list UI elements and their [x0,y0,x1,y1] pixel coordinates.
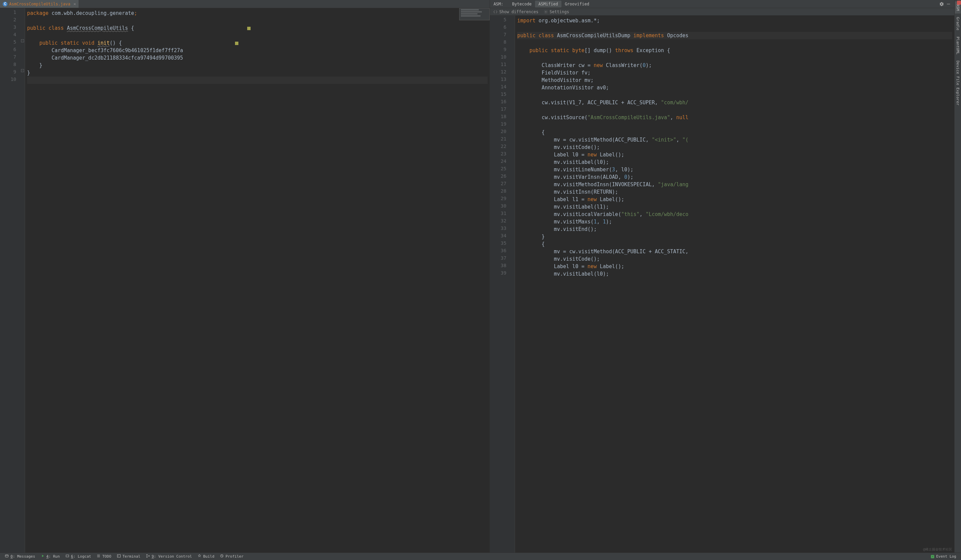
settings-gear-icon[interactable] [939,2,944,6]
notification-icon[interactable] [957,1,961,5]
minimize-icon[interactable] [946,2,951,6]
footer-label: 6: Logcat [71,554,92,558]
svg-rect-5 [117,555,120,557]
asm-header: ASM: BytecodeASMifiedGroovified [490,0,954,8]
svg-point-1 [545,11,546,12]
watermark: @稀土掘金技术社区 [923,547,952,552]
footer-label: 4: Run [47,554,60,558]
source-editor-pane: C AsmCrossCompileUtils.java × 1234567891… [0,0,490,552]
footer-todo[interactable]: TODO [94,554,114,559]
term-icon [117,554,121,559]
msg-icon [5,554,9,559]
play-icon [41,554,45,559]
footer-label: 9: Version Control [152,554,192,558]
code-area-right[interactable]: import org.objectweb.asm.*; public class… [515,16,954,552]
footer--logcat[interactable]: 6: Logcat [63,554,94,559]
svg-point-8 [148,555,149,557]
tool-window-gradle[interactable]: Gradle [955,14,961,33]
asm-settings-button[interactable]: Settings [544,10,569,14]
footer--version-control[interactable]: 9: Version Control [143,554,195,559]
svg-rect-4 [66,555,69,557]
event-log-label: Event Log [936,554,956,558]
event-log-icon: ✓ [931,555,934,558]
editor-tab[interactable]: C AsmCrossCompileUtils.java × [0,0,79,8]
line-gutter-left: 12345678910 [0,8,20,552]
asm-tab-bytecode[interactable]: Bytecode [509,1,535,8]
tab-filename: AsmCrossCompileUtils.java [9,2,71,6]
footer-label: Profiler [225,554,243,558]
footer-label: Terminal [122,554,140,558]
footer-label: Build [203,554,214,558]
footer-terminal[interactable]: Terminal [114,554,143,559]
asm-label: ASM: [493,2,503,6]
diff-icon [493,10,497,14]
vcs-icon [146,554,150,559]
profiler-icon [220,554,224,559]
svg-rect-0 [947,4,950,4]
line-gutter-right: 5678910111213141516171819202122232425262… [490,16,510,552]
svg-point-7 [146,557,147,558]
asm-tab-asmified[interactable]: ASMified [535,1,561,8]
fold-marker[interactable]: − [21,69,24,72]
editor-tab-bar: C AsmCrossCompileUtils.java × [0,0,490,8]
footer-label: TODO [102,554,111,558]
asm-tab-groovified[interactable]: Groovified [561,1,593,8]
svg-rect-2 [5,555,8,557]
show-differences-button[interactable]: Show differences [493,10,538,14]
todo-icon [96,554,101,559]
show-diff-label: Show differences [499,10,538,14]
gear-icon [544,10,548,14]
footer--run[interactable]: 4: Run [38,554,63,559]
footer-label: 0: Messages [11,554,35,558]
status-bar: 0: Messages4: Run6: LogcatTODOTerminal9:… [0,552,961,560]
fold-gutter[interactable]: − − [20,8,25,552]
class-icon: C [3,2,8,6]
fold-gutter-right[interactable] [510,16,515,552]
build-icon [198,554,201,559]
footer-profiler[interactable]: Profiler [217,554,246,559]
asm-viewer-pane: ASM: BytecodeASMifiedGroovified Show dif… [490,0,954,552]
svg-point-6 [146,555,147,555]
tool-window-device-file-explorer[interactable]: Device File Explorer [955,58,961,108]
code-area-left[interactable]: package com.wbh.decoupling.generate; pub… [25,8,490,552]
minimap[interactable] [459,8,490,20]
footer--messages[interactable]: 0: Messages [2,554,38,559]
tool-window-plantuml[interactable]: PlantUML [955,34,961,57]
logcat-icon [65,554,69,559]
footer-build[interactable]: Build [195,554,217,559]
fold-marker[interactable]: − [21,39,24,42]
right-tool-strip: ASMGradlePlantUMLDevice File Explorer [954,0,961,552]
event-log-button[interactable]: ✓ Event Log [928,554,959,558]
settings-label: Settings [550,10,569,14]
close-tab-icon[interactable]: × [74,2,76,6]
asm-toolbar: Show differences Settings [490,8,954,16]
